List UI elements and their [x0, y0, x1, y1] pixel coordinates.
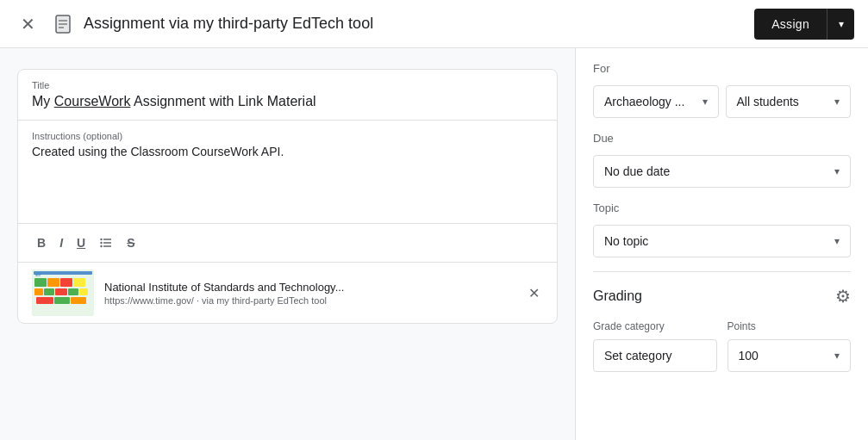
svg-rect-23	[36, 297, 53, 304]
page-title: Assignment via my third-party EdTech too…	[84, 15, 754, 33]
course-dropdown[interactable]: Archaeology ... ▾	[593, 85, 719, 118]
svg-rect-22	[79, 288, 88, 295]
title-value: My CourseWork Assignment with Link Mater…	[32, 94, 543, 109]
grading-section-title: Grading ⚙	[593, 286, 851, 307]
svg-rect-17	[73, 278, 85, 287]
set-category-button[interactable]: Set category	[593, 339, 717, 372]
due-dropdown[interactable]: No due date ▾	[593, 155, 851, 188]
right-panel: For Archaeology ... ▾ All students ▾ Due…	[575, 48, 868, 440]
chevron-down-icon: ▾	[834, 235, 840, 247]
list-button[interactable]	[94, 231, 118, 255]
assign-dropdown-button[interactable]: ▾	[827, 9, 854, 40]
svg-point-10	[100, 245, 102, 247]
attachment-info: National Institute of Standards and Tech…	[104, 281, 515, 306]
svg-text:NIST: NIST	[35, 274, 41, 277]
svg-rect-24	[54, 297, 70, 304]
students-dropdown[interactable]: All students ▾	[726, 85, 852, 118]
attachment-thumbnail: NIST	[32, 270, 94, 316]
due-label: Due	[593, 132, 851, 145]
attachment-title: National Institute of Standards and Tech…	[104, 281, 515, 294]
points-col: Points 100 ▾	[727, 320, 852, 372]
top-bar: ✕ Assignment via my third-party EdTech t…	[0, 0, 868, 48]
bold-button[interactable]: B	[32, 231, 51, 255]
instructions-text[interactable]: Created using the Classroom CourseWork A…	[32, 145, 543, 158]
svg-rect-18	[34, 288, 43, 295]
assign-button-group: Assign ▾	[754, 9, 854, 40]
points-value: 100	[739, 349, 759, 363]
svg-rect-16	[60, 278, 72, 287]
grade-category-col: Grade category Set category	[593, 320, 717, 372]
svg-rect-21	[68, 288, 78, 295]
chevron-down-icon: ▾	[703, 96, 708, 108]
points-dropdown[interactable]: 100 ▾	[727, 339, 852, 372]
italic-button[interactable]: I	[54, 231, 68, 255]
for-label: For	[593, 62, 851, 75]
due-value: No due date	[604, 164, 670, 178]
chevron-down-icon: ▾	[834, 96, 840, 108]
attachment-remove-button[interactable]: ✕	[525, 282, 543, 305]
for-row: Archaeology ... ▾ All students ▾	[593, 85, 851, 118]
svg-rect-15	[47, 278, 59, 287]
chevron-down-icon: ▾	[834, 350, 840, 362]
grading-label: Grading	[593, 288, 642, 304]
grading-row: Grade category Set category Points 100 ▾	[593, 320, 851, 372]
points-label: Points	[727, 320, 852, 332]
chevron-down-icon: ▾	[834, 165, 840, 177]
gear-icon[interactable]: ⚙	[835, 286, 851, 307]
attachment-url: https://www.time.gov/ · via my third-par…	[104, 295, 515, 306]
title-label: Title	[32, 80, 543, 90]
svg-rect-19	[44, 288, 54, 295]
students-value: All students	[737, 95, 799, 108]
svg-point-8	[100, 239, 102, 240]
strikethrough-button[interactable]: S	[122, 231, 140, 255]
divider	[593, 271, 851, 272]
main-content: Title My CourseWork Assignment with Link…	[0, 48, 868, 440]
instructions-section: Instructions (optional) Created using th…	[18, 121, 557, 224]
svg-rect-12	[34, 271, 92, 275]
attachment-item: NIST	[18, 263, 557, 323]
topic-dropdown[interactable]: No topic ▾	[593, 225, 851, 257]
svg-rect-26	[34, 306, 88, 313]
grade-category-label: Grade category	[593, 320, 717, 332]
svg-rect-14	[34, 278, 47, 287]
course-value: Archaeology ...	[604, 95, 684, 108]
document-icon	[49, 10, 77, 38]
left-panel: Title My CourseWork Assignment with Link…	[0, 48, 575, 440]
svg-rect-25	[71, 297, 86, 304]
svg-rect-20	[55, 288, 67, 295]
svg-point-9	[100, 242, 102, 244]
chevron-down-icon: ▾	[839, 18, 844, 30]
formatting-toolbar: B I U S	[18, 224, 557, 263]
underline-button[interactable]: U	[72, 231, 91, 255]
assign-button[interactable]: Assign	[754, 9, 827, 40]
us-map-svg: NIST	[32, 270, 94, 316]
assignment-card: Title My CourseWork Assignment with Link…	[17, 69, 558, 324]
instructions-label: Instructions (optional)	[32, 131, 543, 141]
topic-value: No topic	[604, 234, 648, 248]
topic-label: Topic	[593, 201, 851, 214]
title-section: Title My CourseWork Assignment with Link…	[18, 70, 557, 121]
close-button[interactable]: ✕	[14, 7, 42, 41]
